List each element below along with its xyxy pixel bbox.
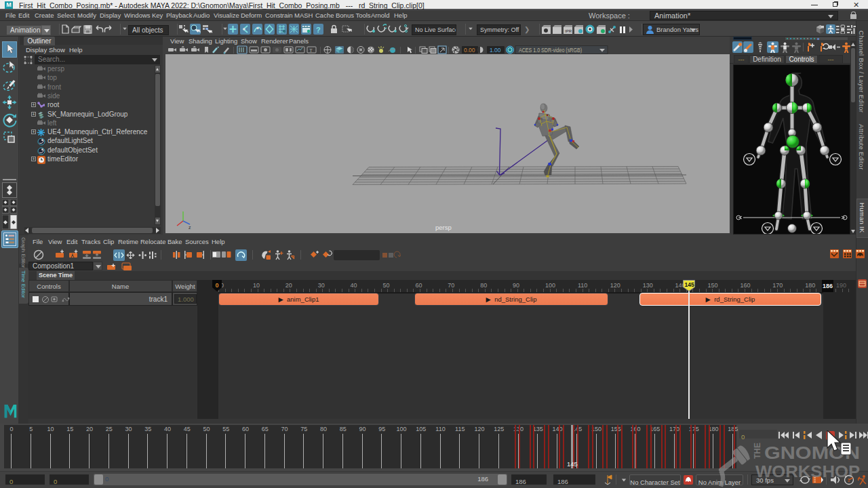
svg-text:?: ? [316,26,321,34]
svg-text:T: T [309,47,313,54]
svg-text:persp: persp [435,224,452,231]
svg-text:WORKSHOP: WORKSHOP [755,462,860,481]
svg-text:0: 0 [216,282,219,289]
svg-text:ACES 1.0 SDR-video (sRGB): ACES 1.0 SDR-video (sRGB) [519,46,582,54]
svg-text:145: 145 [685,281,694,288]
svg-text:IPR: IPR [565,29,572,33]
svg-text:1.00: 1.00 [490,47,501,54]
svg-text:z: z [189,225,191,230]
svg-text:0.00: 0.00 [464,47,475,54]
svg-text:THE: THE [753,443,762,459]
